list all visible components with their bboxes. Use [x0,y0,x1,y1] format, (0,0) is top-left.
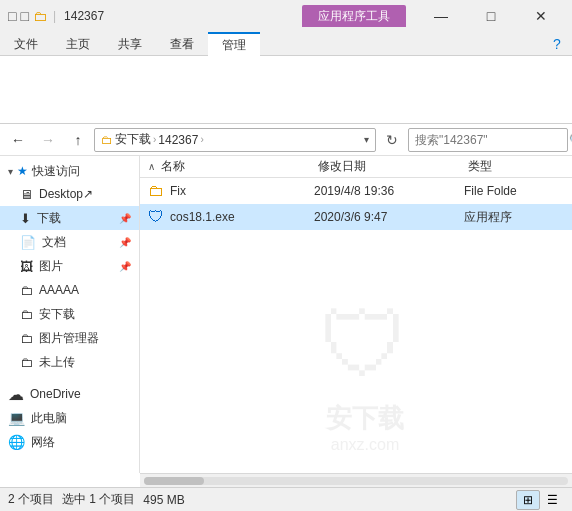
sidebar-item-upload-label: 未上传 [39,354,131,371]
fix-folder-icon: 🗀 [148,182,164,200]
quickaccess-expand-icon: ▾ [8,166,13,177]
documents-icon: 📄 [20,235,36,250]
maximize-button[interactable]: □ [468,2,514,30]
address-bar[interactable]: 🗀 安下载 › 142367 › ▾ [94,128,376,152]
col-type-header[interactable]: 类型 [464,158,564,175]
watermark-subtext: anxz.com [331,436,399,454]
sidebar-item-imgmgr[interactable]: 🗀 图片管理器 [0,326,139,350]
sidebar-item-anzai-label: 安下载 [39,306,131,323]
sidebar-item-documents[interactable]: 📄 文档 📌 [0,230,139,254]
sidebar-item-pictures[interactable]: 🖼 图片 📌 [0,254,139,278]
sidebar-item-onedrive-label: OneDrive [30,387,131,401]
cos18-type: 应用程序 [464,209,564,226]
col-name-header[interactable]: 名称 [157,158,314,175]
sidebar-item-aaaaa-label: AAAAA [39,283,131,297]
hscroll-track[interactable] [144,477,568,485]
up-button[interactable]: ↑ [64,128,92,152]
nav-bar: ← → ↑ 🗀 安下载 › 142367 › ▾ ↻ 🔍 [0,124,572,156]
close-button[interactable]: ✕ [518,2,564,30]
sidebar-item-downloads[interactable]: ⬇ 下载 📌 [0,206,139,230]
breadcrumb-sep1: › [153,134,156,145]
file-row-fix[interactable]: 🗀 Fix 2019/4/8 19:36 File Folde [140,178,572,204]
file-pane: ∧ 名称 修改日期 类型 🗀 Fix 2019/4/8 19:36 File F… [140,156,572,473]
ribbon-active-tab-label: 应用程序工具 [302,5,406,27]
ribbon-tabs: 文件 主页 共享 查看 管理 ? [0,32,572,56]
status-selected: 选中 1 个项目 [62,491,135,508]
sidebar-item-thispc[interactable]: 💻 此电脑 [0,406,139,430]
watermark: 🛡 安下载 anxz.com [320,294,410,454]
minimize-button[interactable]: — [418,2,464,30]
cos18-date: 2020/3/6 9:47 [314,210,464,224]
col-date-header[interactable]: 修改日期 [314,158,464,175]
tab-view[interactable]: 查看 [156,32,208,56]
sidebar-item-downloads-label: 下载 [37,210,113,227]
pictures-icon: 🖼 [20,259,33,274]
title-bar-icon2: □ [20,8,28,24]
sort-arrow: ∧ [148,161,155,172]
pictures-pin-icon: 📌 [119,261,131,272]
breadcrumb-142367[interactable]: 142367 [158,133,198,147]
aaaaa-icon: 🗀 [20,283,33,298]
desktop-icon: 🖥 [20,187,33,202]
title-bar: □ □ 🗀 | 142367 应用程序工具 — □ ✕ [0,0,572,32]
status-total: 2 个项目 [8,491,54,508]
imgmgr-icon: 🗀 [20,331,33,346]
sidebar-item-upload[interactable]: 🗀 未上传 [0,350,139,374]
sidebar-item-anzai[interactable]: 🗀 安下载 [0,302,139,326]
quickaccess-star-icon: ★ [17,164,28,178]
status-bar: 2 个项目 选中 1 个项目 495 MB ⊞ ☰ [0,487,572,511]
hscroll-thumb[interactable] [144,477,204,485]
folder-breadcrumb-icon: 🗀 [101,133,113,147]
back-button[interactable]: ← [4,128,32,152]
sidebar-item-pictures-label: 图片 [39,258,113,275]
cos18-exe-icon: 🛡 [148,208,164,226]
sidebar-item-onedrive[interactable]: ☁ OneDrive [0,382,139,406]
file-list: 🗀 Fix 2019/4/8 19:36 File Folde 🛡 cos18.… [140,178,572,473]
thispc-icon: 💻 [8,410,25,426]
sidebar-item-aaaaa[interactable]: 🗀 AAAAA [0,278,139,302]
watermark-text: 安下载 [326,401,404,436]
ribbon-content [0,56,572,124]
sidebar-item-desktop-label: Desktop↗ [39,187,131,201]
sidebar-item-documents-label: 文档 [42,234,113,251]
fix-name: Fix [170,184,314,198]
sidebar-item-network[interactable]: 🌐 网络 [0,430,139,454]
forward-button[interactable]: → [34,128,62,152]
documents-pin-icon: 📌 [119,237,131,248]
tab-file[interactable]: 文件 [0,32,52,56]
downloads-icon: ⬇ [20,211,31,226]
network-icon: 🌐 [8,434,25,450]
search-input[interactable] [415,133,565,147]
hscroll-bar [140,473,572,487]
sidebar: ▾ ★ 快速访问 🖥 Desktop↗ ⬇ 下载 📌 📄 文档 📌 🖼 图片 📌… [0,156,140,473]
view-list-button[interactable]: ☰ [540,490,564,510]
cos18-name: cos18.1.exe [170,210,314,224]
tab-manage[interactable]: 管理 [208,32,260,56]
sidebar-quickaccess-label: 快速访问 [32,163,80,180]
view-details-button[interactable]: ⊞ [516,490,540,510]
address-dropdown-button[interactable]: ▾ [364,134,369,145]
sidebar-item-desktop[interactable]: 🖥 Desktop↗ [0,182,139,206]
upload-icon: 🗀 [20,355,33,370]
search-bar: 🔍 [408,128,568,152]
fix-type: File Folde [464,184,564,198]
sidebar-item-network-label: 网络 [31,434,131,451]
title-bar-folder-icon: 🗀 [33,8,47,24]
breadcrumb-anzai[interactable]: 安下载 [115,131,151,148]
tab-share[interactable]: 共享 [104,32,156,56]
fix-date: 2019/4/8 19:36 [314,184,464,198]
file-row-cos18[interactable]: 🛡 cos18.1.exe 2020/3/6 9:47 应用程序 [140,204,572,230]
file-list-header: ∧ 名称 修改日期 类型 [140,156,572,178]
title-bar-separator: | [53,9,56,23]
anzai-icon: 🗀 [20,307,33,322]
title-bar-icon1: □ [8,8,16,24]
watermark-shield-icon: 🛡 [320,294,410,397]
main-area: ▾ ★ 快速访问 🖥 Desktop↗ ⬇ 下载 📌 📄 文档 📌 🖼 图片 📌… [0,156,572,473]
refresh-button[interactable]: ↻ [378,128,406,152]
title-bar-title: 142367 [62,9,298,23]
tab-home[interactable]: 主页 [52,32,104,56]
breadcrumb-sep2: › [200,134,203,145]
downloads-pin-icon: 📌 [119,213,131,224]
sidebar-header-quickaccess[interactable]: ▾ ★ 快速访问 [0,160,139,182]
help-button[interactable]: ? [542,32,572,56]
